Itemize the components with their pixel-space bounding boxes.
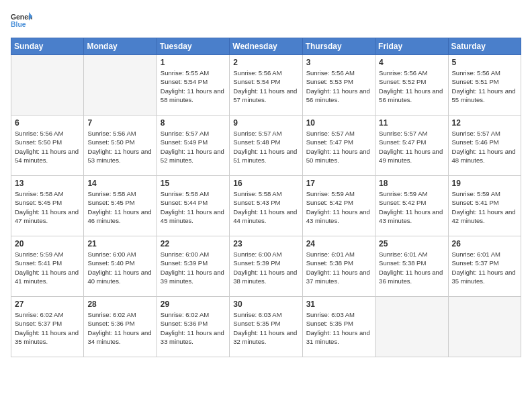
day-number: 19 (452, 179, 517, 188)
day-info: Sunrise: 5:56 AMSunset: 5:50 PMDaylight:… (87, 129, 152, 165)
calendar-cell: 17Sunrise: 5:59 AMSunset: 5:42 PMDayligh… (302, 176, 375, 236)
calendar-week-1: 1Sunrise: 5:55 AMSunset: 5:54 PMDaylight… (11, 55, 521, 116)
calendar-cell: 31Sunrise: 6:03 AMSunset: 5:35 PMDayligh… (302, 297, 375, 357)
column-header-wednesday: Wednesday (230, 38, 302, 55)
calendar-cell: 11Sunrise: 5:57 AMSunset: 5:47 PMDayligh… (375, 116, 448, 176)
day-info: Sunrise: 5:59 AMSunset: 5:41 PMDaylight:… (15, 250, 80, 285)
day-info: Sunrise: 5:58 AMSunset: 5:45 PMDaylight:… (15, 189, 80, 225)
calendar-cell: 2Sunrise: 5:56 AMSunset: 5:54 PMDaylight… (230, 55, 302, 116)
day-info: Sunrise: 5:56 AMSunset: 5:52 PMDaylight:… (379, 68, 444, 104)
day-number: 10 (306, 118, 371, 128)
column-header-friday: Friday (375, 38, 448, 55)
calendar-cell (84, 55, 157, 116)
calendar-cell: 3Sunrise: 5:56 AMSunset: 5:53 PMDaylight… (302, 55, 375, 116)
day-number: 14 (87, 179, 152, 188)
day-info: Sunrise: 5:58 AMSunset: 5:45 PMDaylight:… (87, 189, 152, 225)
day-info: Sunrise: 6:02 AMSunset: 5:36 PMDaylight:… (87, 310, 152, 346)
calendar-cell: 8Sunrise: 5:57 AMSunset: 5:49 PMDaylight… (157, 116, 229, 176)
column-header-tuesday: Tuesday (157, 38, 229, 55)
calendar-cell: 25Sunrise: 6:01 AMSunset: 5:38 PMDayligh… (375, 236, 448, 297)
day-number: 21 (87, 239, 152, 248)
calendar-week-3: 13Sunrise: 5:58 AMSunset: 5:45 PMDayligh… (11, 176, 521, 236)
calendar-cell (375, 297, 448, 357)
day-number: 26 (452, 239, 517, 248)
header-row: SundayMondayTuesdayWednesdayThursdayFrid… (11, 38, 521, 55)
svg-text:Blue: Blue (11, 21, 26, 28)
logo: General Blue (11, 11, 32, 30)
day-info: Sunrise: 5:57 AMSunset: 5:47 PMDaylight:… (379, 129, 444, 165)
page-header: General Blue (11, 11, 521, 30)
calendar-week-4: 20Sunrise: 5:59 AMSunset: 5:41 PMDayligh… (11, 236, 521, 297)
day-number: 31 (306, 300, 371, 309)
day-number: 17 (306, 179, 371, 188)
day-info: Sunrise: 6:01 AMSunset: 5:38 PMDaylight:… (306, 250, 371, 285)
day-number: 1 (161, 58, 226, 67)
day-number: 20 (15, 239, 80, 248)
day-number: 18 (379, 179, 444, 188)
day-number: 15 (161, 179, 226, 188)
calendar-cell (11, 55, 84, 116)
day-number: 12 (452, 118, 517, 128)
calendar-cell: 27Sunrise: 6:02 AMSunset: 5:37 PMDayligh… (11, 297, 84, 357)
calendar-cell: 10Sunrise: 5:57 AMSunset: 5:47 PMDayligh… (302, 116, 375, 176)
day-number: 25 (379, 239, 444, 248)
day-info: Sunrise: 6:01 AMSunset: 5:37 PMDaylight:… (452, 250, 517, 285)
day-number: 16 (233, 179, 298, 188)
day-number: 13 (15, 179, 80, 188)
day-info: Sunrise: 6:02 AMSunset: 5:36 PMDaylight:… (161, 310, 226, 346)
calendar-week-2: 6Sunrise: 5:56 AMSunset: 5:50 PMDaylight… (11, 116, 521, 176)
day-number: 29 (161, 300, 226, 309)
day-number: 23 (233, 239, 298, 248)
day-info: Sunrise: 6:01 AMSunset: 5:38 PMDaylight:… (379, 250, 444, 285)
day-info: Sunrise: 5:56 AMSunset: 5:50 PMDaylight:… (15, 129, 80, 165)
column-header-thursday: Thursday (302, 38, 375, 55)
day-number: 22 (161, 239, 226, 248)
calendar-cell: 6Sunrise: 5:56 AMSunset: 5:50 PMDaylight… (11, 116, 84, 176)
day-info: Sunrise: 5:56 AMSunset: 5:54 PMDaylight:… (233, 68, 298, 104)
day-info: Sunrise: 5:59 AMSunset: 5:42 PMDaylight:… (379, 189, 444, 225)
calendar-cell: 18Sunrise: 5:59 AMSunset: 5:42 PMDayligh… (375, 176, 448, 236)
day-number: 4 (379, 58, 444, 67)
day-number: 11 (379, 118, 444, 128)
day-info: Sunrise: 6:00 AMSunset: 5:40 PMDaylight:… (87, 250, 152, 285)
day-info: Sunrise: 6:00 AMSunset: 5:39 PMDaylight:… (233, 250, 298, 285)
calendar-cell: 1Sunrise: 5:55 AMSunset: 5:54 PMDaylight… (157, 55, 229, 116)
day-info: Sunrise: 5:58 AMSunset: 5:44 PMDaylight:… (161, 189, 226, 225)
column-header-saturday: Saturday (448, 38, 521, 55)
day-number: 27 (15, 300, 80, 309)
calendar-cell (448, 297, 521, 357)
calendar-cell: 30Sunrise: 6:03 AMSunset: 5:35 PMDayligh… (230, 297, 302, 357)
calendar-week-5: 27Sunrise: 6:02 AMSunset: 5:37 PMDayligh… (11, 297, 521, 357)
calendar-cell: 15Sunrise: 5:58 AMSunset: 5:44 PMDayligh… (157, 176, 229, 236)
day-info: Sunrise: 5:59 AMSunset: 5:42 PMDaylight:… (306, 189, 371, 225)
logo-icon: General Blue (11, 11, 32, 30)
calendar-cell: 22Sunrise: 6:00 AMSunset: 5:39 PMDayligh… (157, 236, 229, 297)
column-header-sunday: Sunday (11, 38, 84, 55)
calendar-cell: 28Sunrise: 6:02 AMSunset: 5:36 PMDayligh… (84, 297, 157, 357)
calendar-cell: 7Sunrise: 5:56 AMSunset: 5:50 PMDaylight… (84, 116, 157, 176)
day-info: Sunrise: 5:56 AMSunset: 5:53 PMDaylight:… (306, 68, 371, 104)
calendar-cell: 9Sunrise: 5:57 AMSunset: 5:48 PMDaylight… (230, 116, 302, 176)
calendar-cell: 21Sunrise: 6:00 AMSunset: 5:40 PMDayligh… (84, 236, 157, 297)
day-info: Sunrise: 5:59 AMSunset: 5:41 PMDaylight:… (452, 189, 517, 225)
column-header-monday: Monday (84, 38, 157, 55)
day-info: Sunrise: 5:57 AMSunset: 5:47 PMDaylight:… (306, 129, 371, 165)
day-number: 5 (452, 58, 517, 67)
day-info: Sunrise: 5:57 AMSunset: 5:46 PMDaylight:… (452, 129, 517, 165)
calendar-cell: 19Sunrise: 5:59 AMSunset: 5:41 PMDayligh… (448, 176, 521, 236)
day-number: 7 (87, 118, 152, 128)
day-info: Sunrise: 6:02 AMSunset: 5:37 PMDaylight:… (15, 310, 80, 346)
day-number: 24 (306, 239, 371, 248)
calendar-cell: 4Sunrise: 5:56 AMSunset: 5:52 PMDaylight… (375, 55, 448, 116)
day-number: 6 (15, 118, 80, 128)
calendar-cell: 24Sunrise: 6:01 AMSunset: 5:38 PMDayligh… (302, 236, 375, 297)
day-info: Sunrise: 5:56 AMSunset: 5:51 PMDaylight:… (452, 68, 517, 104)
calendar-cell: 26Sunrise: 6:01 AMSunset: 5:37 PMDayligh… (448, 236, 521, 297)
calendar-cell: 5Sunrise: 5:56 AMSunset: 5:51 PMDaylight… (448, 55, 521, 116)
day-info: Sunrise: 5:58 AMSunset: 5:43 PMDaylight:… (233, 189, 298, 225)
calendar-cell: 23Sunrise: 6:00 AMSunset: 5:39 PMDayligh… (230, 236, 302, 297)
calendar-cell: 29Sunrise: 6:02 AMSunset: 5:36 PMDayligh… (157, 297, 229, 357)
day-info: Sunrise: 6:00 AMSunset: 5:39 PMDaylight:… (161, 250, 226, 285)
day-number: 28 (87, 300, 152, 309)
day-info: Sunrise: 6:03 AMSunset: 5:35 PMDaylight:… (233, 310, 298, 346)
